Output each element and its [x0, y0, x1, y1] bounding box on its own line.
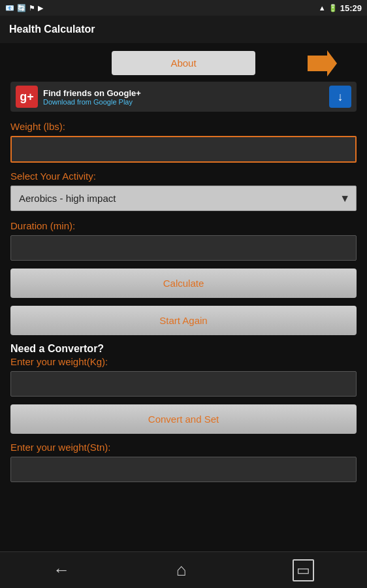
download-icon: ↓: [338, 90, 343, 104]
ad-download-button[interactable]: ↓: [329, 86, 351, 108]
activity-select[interactable]: Aerobics - high impact Aerobics - low im…: [10, 186, 357, 211]
back-button[interactable]: ←: [53, 560, 70, 580]
notification-icon: 📧: [5, 4, 14, 12]
start-again-button[interactable]: Start Again: [10, 306, 357, 335]
main-content: About g+ Find friends on Google+ Downloa…: [0, 43, 367, 551]
calculate-button[interactable]: Calculate: [10, 269, 357, 298]
recent-apps-button[interactable]: ▭: [293, 559, 314, 581]
next-arrow-icon: [304, 50, 337, 76]
flag-icon: ⚑: [29, 4, 35, 12]
stn-label: Enter your weight(Stn):: [10, 442, 357, 453]
home-button[interactable]: ⌂: [176, 560, 187, 580]
converter-heading: Need a Convertor?: [10, 343, 357, 355]
play-icon: ▶: [38, 4, 43, 12]
activity-label: Select Your Activity:: [10, 171, 357, 182]
kg-label: Enter your weight(Kg):: [10, 356, 357, 367]
ad-subtitle: Download from Google Play: [43, 98, 324, 106]
stn-input[interactable]: [10, 457, 357, 482]
weight-label: Weight (lbs):: [10, 121, 357, 132]
weight-input[interactable]: [10, 136, 357, 163]
battery-icon: 🔋: [328, 4, 338, 12]
status-bar: 📧 🔄 ⚑ ▶ ▲ 🔋 15:29: [0, 0, 367, 16]
about-button[interactable]: About: [112, 51, 255, 75]
status-right-icons: ▲ 🔋 15:29: [319, 3, 362, 13]
svg-marker-0: [308, 50, 337, 76]
status-icons: 📧 🔄 ⚑ ▶: [5, 4, 43, 12]
app-title: Health Calculator: [9, 24, 95, 35]
gplus-icon: g+: [16, 86, 38, 108]
ad-text: Find friends on Google+ Download from Go…: [43, 88, 324, 106]
ad-title: Find friends on Google+: [43, 88, 324, 98]
converter-section: Need a Convertor? Enter your weight(Kg):…: [10, 343, 357, 490]
sync-icon: 🔄: [17, 4, 26, 12]
about-row: About: [10, 51, 357, 75]
status-time: 15:29: [340, 3, 362, 13]
duration-input[interactable]: [10, 235, 357, 261]
bottom-nav: ← ⌂ ▭: [0, 551, 367, 588]
convert-and-set-button[interactable]: Convert and Set: [10, 404, 357, 434]
ad-banner: g+ Find friends on Google+ Download from…: [10, 82, 357, 112]
duration-label: Duration (min):: [10, 220, 357, 231]
wifi-icon: ▲: [319, 4, 326, 12]
activity-dropdown-wrapper: Aerobics - high impact Aerobics - low im…: [10, 186, 357, 211]
title-bar: Health Calculator: [0, 16, 367, 43]
kg-input[interactable]: [10, 371, 357, 397]
